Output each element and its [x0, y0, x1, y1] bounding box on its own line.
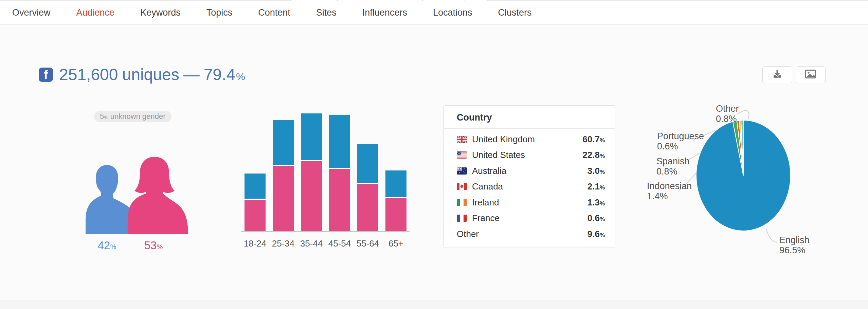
pie-label-indonesian: Indonesian 1.4% [647, 181, 692, 201]
tab-audience[interactable]: Audience [76, 7, 115, 18]
female-segment [273, 166, 294, 231]
female-segment [301, 161, 322, 231]
flag-icon-ie [457, 199, 467, 206]
country-row: Other9.6% [457, 226, 605, 242]
female-segment [245, 200, 266, 231]
tab-sites[interactable]: Sites [316, 7, 337, 18]
female-segment [357, 184, 378, 231]
country-row: United Kingdom60.7% [457, 131, 605, 147]
female-percentage: 53% [137, 239, 170, 252]
age-bar-35-44[interactable] [301, 113, 322, 231]
percent-sign: % [236, 71, 245, 84]
flag-icon-au [457, 167, 467, 175]
flag-icon-fr [457, 215, 467, 222]
tab-overview[interactable]: Overview [12, 7, 51, 18]
country-name: Ireland [472, 197, 587, 208]
uniques-label: uniques [122, 65, 179, 84]
country-value: 3.0% [587, 166, 605, 176]
coverage-value: 79.4 [204, 65, 235, 84]
age-tick-label: 35-44 [297, 238, 326, 249]
language-pie-chart: English 96.5%Indonesian 1.4%Spanish 0.8%… [638, 95, 863, 272]
country-value: 0.6% [587, 213, 605, 223]
country-value: 2.1% [587, 181, 605, 192]
pie-label-portuguese: Portuguese 0.6% [657, 131, 704, 151]
section-nav: OverviewAudienceKeywordsTopicsContentSit… [0, 1, 868, 25]
age-bar-18-24[interactable] [245, 174, 266, 231]
age-tick-label: 18-24 [241, 238, 269, 249]
female-silhouette [125, 156, 191, 234]
country-value: 22.8% [582, 150, 605, 160]
country-value: 1.3% [587, 197, 605, 208]
country-row: Canada2.1% [457, 179, 605, 195]
pie-label-other: Other 0.8% [716, 104, 739, 124]
country-name: United States [472, 150, 582, 160]
flag-icon-us [457, 151, 467, 159]
male-segment [357, 144, 378, 184]
facebook-icon: f [39, 68, 53, 82]
age-tick-label: 65+ [382, 238, 410, 249]
pie-label-english: English 96.5% [779, 235, 810, 255]
country-name: Other [457, 229, 587, 239]
country-name: Canada [472, 181, 587, 192]
age-bar-55-64[interactable] [357, 144, 378, 231]
unknown-gender-badge: 5% unknown gender [94, 111, 171, 122]
country-value: 60.7% [582, 134, 605, 145]
age-tick-label: 45-54 [325, 238, 354, 249]
female-segment [329, 169, 350, 231]
age-bar-65+[interactable] [385, 170, 406, 231]
uniques-count: 251,600 [59, 65, 118, 84]
tab-content[interactable]: Content [258, 7, 290, 18]
country-name: United Kingdom [472, 134, 582, 145]
country-panel: Country United Kingdom60.7%United States… [444, 105, 615, 248]
country-value: 9.6% [587, 229, 605, 239]
country-row: France0.6% [457, 211, 605, 226]
download-button[interactable] [762, 66, 792, 83]
title-separator: — [183, 65, 200, 84]
male-segment [329, 115, 350, 169]
age-bar-25-34[interactable] [273, 120, 294, 231]
country-name: Australia [472, 166, 587, 176]
page-title: f 251,600 uniques — 79.4 % [39, 65, 245, 84]
age-bar-45-54[interactable] [329, 115, 350, 231]
country-row: United States22.8% [457, 147, 605, 163]
country-row: Australia3.0% [457, 163, 605, 179]
pie-label-spanish: Spanish 0.8% [656, 156, 690, 177]
male-segment [301, 113, 322, 161]
male-percentage: 42% [90, 239, 124, 252]
country-name: France [472, 213, 587, 223]
tab-keywords[interactable]: Keywords [140, 7, 181, 18]
image-icon [805, 70, 816, 80]
age-tick-label: 55-64 [354, 238, 382, 249]
country-panel-title: Country [444, 106, 615, 128]
chart-toolbar [762, 66, 826, 83]
country-row: Ireland1.3% [457, 195, 605, 211]
flag-icon-gb [457, 136, 467, 143]
x-axis-line [241, 231, 410, 232]
tab-clusters[interactable]: Clusters [498, 7, 531, 18]
audience-dashboard: OverviewAudienceKeywordsTopicsContentSit… [0, 0, 868, 309]
male-segment [245, 174, 266, 200]
female-segment [385, 198, 406, 231]
male-segment [273, 120, 294, 166]
tab-locations[interactable]: Locations [433, 7, 472, 18]
age-bar-chart: 18-2425-3435-4445-5455-6465+ [241, 112, 411, 255]
tab-influencers[interactable]: Influencers [362, 7, 407, 18]
flag-icon-ca [457, 183, 467, 190]
age-tick-label: 25-34 [269, 238, 297, 249]
male-segment [385, 170, 406, 198]
tab-topics[interactable]: Topics [206, 7, 233, 18]
footer-strip [0, 300, 868, 309]
download-icon [772, 70, 782, 80]
export-image-button[interactable] [796, 66, 826, 83]
